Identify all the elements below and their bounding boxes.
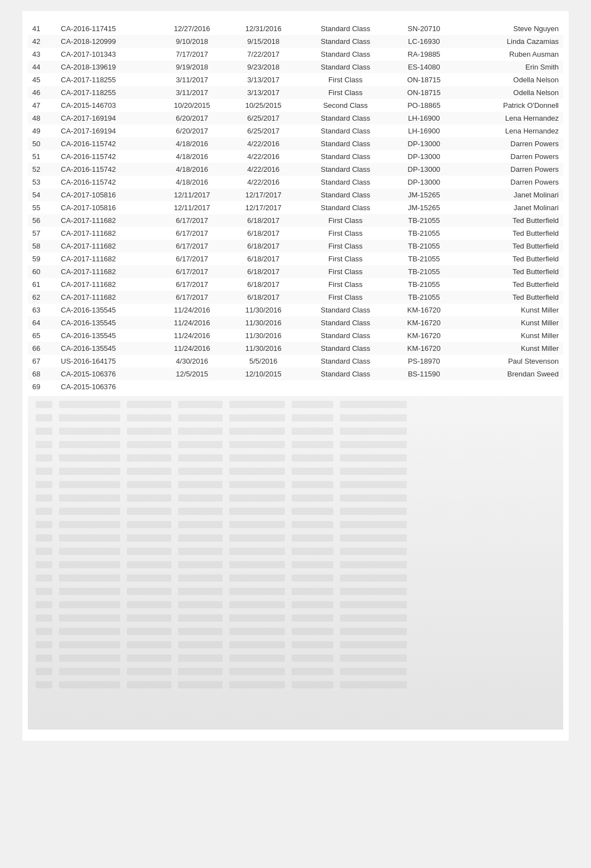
table-row: 47CA-2015-14670310/20/201510/25/2015Seco… [28, 99, 563, 112]
table-row: 64CA-2016-13554511/24/201611/30/2016Stan… [28, 316, 563, 329]
table-row: 60CA-2017-1116826/17/20176/18/2017First … [28, 265, 563, 278]
table-row: 48CA-2017-1691946/20/20176/25/2017Standa… [28, 112, 563, 125]
table-row: 41CA-2016-11741512/27/201612/31/2016Stan… [28, 22, 563, 35]
blurred-section [28, 396, 563, 730]
table-row: 68CA-2015-10637612/5/201512/10/2015Stand… [28, 368, 563, 380]
table-row: 44CA-2018-1396199/19/20189/23/2018Standa… [28, 61, 563, 73]
page-container: 41CA-2016-11741512/27/201612/31/2016Stan… [22, 11, 569, 741]
table-row: 63CA-2016-13554511/24/201611/30/2016Stan… [28, 304, 563, 316]
table-row: 46CA-2017-1182553/11/20173/13/2017First … [28, 86, 563, 99]
table-row: 53CA-2016-1157424/18/20164/22/2016Standa… [28, 176, 563, 189]
data-table: 41CA-2016-11741512/27/201612/31/2016Stan… [28, 22, 563, 393]
table-row: 62CA-2017-1116826/17/20176/18/2017First … [28, 291, 563, 304]
table-row: 54CA-2017-10581612/11/201712/17/2017Stan… [28, 189, 563, 201]
table-row: 42CA-2018-1209999/10/20189/15/2018Standa… [28, 35, 563, 48]
table-row: 51CA-2016-1157424/18/20164/22/2016Standa… [28, 150, 563, 163]
table-row: 50CA-2016-1157424/18/20164/22/2016Standa… [28, 137, 563, 150]
table-row: 55CA-2017-10581612/11/201712/17/2017Stan… [28, 201, 563, 214]
table-row: 58CA-2017-1116826/17/20176/18/2017First … [28, 240, 563, 252]
table-row: 49CA-2017-1691946/20/20176/25/2017Standa… [28, 125, 563, 137]
table-row: 69CA-2015-106376 [28, 380, 563, 393]
table-row: 45CA-2017-1182553/11/20173/13/2017First … [28, 73, 563, 86]
table-row: 52CA-2016-1157424/18/20164/22/2016Standa… [28, 163, 563, 176]
table-row: 61CA-2017-1116826/17/20176/18/2017First … [28, 278, 563, 291]
table-row: 56CA-2017-1116826/17/20176/18/2017First … [28, 214, 563, 227]
table-row: 66CA-2016-13554511/24/201611/30/2016Stan… [28, 342, 563, 355]
table-row: 57CA-2017-1116826/17/20176/18/2017First … [28, 227, 563, 240]
table-row: 43CA-2017-1013437/17/20177/22/2017Standa… [28, 48, 563, 61]
table-row: 65CA-2016-13554511/24/201611/30/2016Stan… [28, 329, 563, 342]
table-row: 59CA-2017-1116826/17/20176/18/2017First … [28, 252, 563, 265]
table-row: 67US-2016-1641754/30/20165/5/2016Standar… [28, 355, 563, 368]
